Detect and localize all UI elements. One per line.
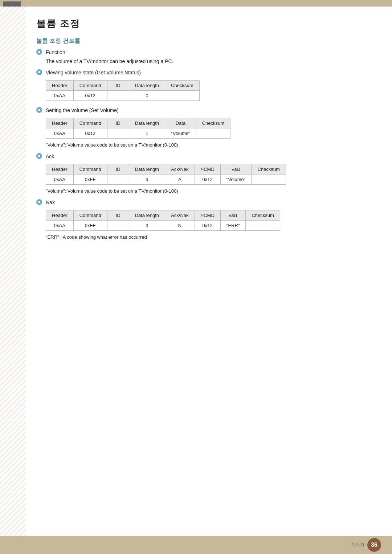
view-th-checksum: Checksum bbox=[165, 81, 199, 91]
ack-th-rcmd: r-CMD bbox=[195, 164, 220, 175]
set-th-datalength: Data length bbox=[129, 118, 165, 128]
set-th-checksum: Checksum bbox=[196, 118, 230, 128]
view-cell-id bbox=[107, 91, 129, 101]
nak-th-datalength: Data length bbox=[129, 210, 165, 221]
ack-label: Ack bbox=[46, 153, 54, 160]
set-th-id: ID bbox=[107, 118, 129, 128]
ack-row-1: 0xAA 0xFF 3 A 0x12 "Volume" bbox=[46, 175, 286, 185]
nak-th-val1: Val1 bbox=[220, 210, 246, 221]
nak-cell-command: 0xFF bbox=[73, 221, 107, 231]
set-th-command: Command bbox=[73, 118, 107, 128]
nak-th-id: ID bbox=[107, 210, 129, 221]
setting-label: Setting the volume (Set Volume) bbox=[46, 107, 119, 114]
volume-note-1: "Volume": Volume value code to be set on… bbox=[46, 142, 363, 148]
set-cell-datalength: 1 bbox=[129, 128, 165, 139]
nak-cell-checksum bbox=[246, 221, 280, 231]
nak-cell-acknak: N bbox=[165, 221, 195, 231]
bullet-viewing: Viewing volume state (Get Volume Status) bbox=[36, 69, 363, 77]
view-cell-header: 0xAA bbox=[46, 91, 74, 101]
set-cell-header: 0xAA bbox=[46, 128, 74, 139]
nak-cell-header: 0xAA bbox=[46, 221, 74, 231]
bullet-nak: Nak bbox=[36, 199, 363, 206]
ack-th-val1: Val1 bbox=[220, 164, 252, 175]
nak-cell-id bbox=[107, 221, 129, 231]
set-th-data: Data bbox=[165, 118, 196, 128]
err-note: "ERR" : A code showing what error has oc… bbox=[46, 234, 363, 240]
bullet-setting: Setting the volume (Set Volume) bbox=[36, 107, 363, 114]
nak-cell-val1: "ERR" bbox=[220, 221, 246, 231]
footer-kr-text: 페이지 bbox=[351, 542, 364, 548]
bullet-dot-ack bbox=[36, 153, 42, 159]
ack-cell-command: 0xFF bbox=[73, 175, 107, 185]
ack-cell-rcmd: 0x12 bbox=[195, 175, 220, 185]
bullet-function: Function bbox=[36, 49, 363, 56]
set-cell-checksum bbox=[196, 128, 230, 139]
view-cell-datalength: 0 bbox=[129, 91, 165, 101]
set-row-1: 0xAA 0x12 1 "Volume" bbox=[46, 128, 230, 139]
ack-th-datalength: Data length bbox=[129, 164, 165, 175]
section-heading: 볼륨 조정 컨트롤 bbox=[36, 37, 363, 45]
ack-cell-datalength: 3 bbox=[129, 175, 165, 185]
function-label: Function bbox=[46, 49, 65, 56]
viewing-label: Viewing volume state (Get Volume Status) bbox=[46, 69, 141, 77]
set-cell-data: "Volume" bbox=[165, 128, 196, 139]
ack-th-checksum: Checksum bbox=[252, 164, 286, 175]
bullet-dot-nak bbox=[36, 199, 42, 205]
nak-th-rcmd: r-CMD bbox=[195, 210, 220, 221]
view-cell-checksum bbox=[165, 91, 199, 101]
view-table: Header Command ID Data length Checksum 0… bbox=[46, 80, 200, 101]
bullet-ack: Ack bbox=[36, 153, 363, 160]
ack-th-command: Command bbox=[73, 164, 107, 175]
view-th-id: ID bbox=[107, 81, 129, 91]
bullet-dot-function bbox=[36, 49, 42, 55]
ack-th-header: Header bbox=[46, 164, 74, 175]
nak-cell-rcmd: 0x12 bbox=[195, 221, 220, 231]
top-bar bbox=[0, 0, 392, 7]
view-row-1: 0xAA 0x12 0 bbox=[46, 91, 200, 101]
set-table: Header Command ID Data length Data Check… bbox=[46, 118, 230, 139]
page-icon-box bbox=[3, 1, 21, 7]
ack-cell-header: 0xAA bbox=[46, 175, 74, 185]
ack-cell-val1: "Volume" bbox=[220, 175, 252, 185]
ack-table: Header Command ID Data length Ack/Nak r-… bbox=[46, 164, 286, 185]
nak-th-header: Header bbox=[46, 210, 74, 221]
bullet-dot-setting bbox=[36, 107, 42, 113]
view-th-datalength: Data length bbox=[129, 81, 165, 91]
ack-cell-acknak: A bbox=[165, 175, 195, 185]
bullet-dot-viewing bbox=[36, 69, 42, 75]
nak-label: Nak bbox=[46, 199, 55, 206]
nak-cell-datalength: 3 bbox=[129, 221, 165, 231]
ack-cell-id bbox=[107, 175, 129, 185]
view-cell-command: 0x12 bbox=[73, 91, 107, 101]
nak-th-acknak: Ack/Nak bbox=[165, 210, 195, 221]
nak-table: Header Command ID Data length Ack/Nak r-… bbox=[46, 210, 280, 231]
function-text: The volume of a TV/monitor can be adjust… bbox=[46, 58, 173, 64]
ack-th-acknak: Ack/Nak bbox=[165, 164, 195, 175]
volume-note-2: "Volume": Volume value code to be set on… bbox=[46, 188, 363, 194]
page-number: 36 bbox=[367, 538, 381, 552]
set-cell-command: 0x12 bbox=[73, 128, 107, 139]
ack-cell-checksum bbox=[252, 175, 286, 185]
nak-row-1: 0xAA 0xFF 3 N 0x12 "ERR" bbox=[46, 221, 280, 231]
page-number-box: 페이지 36 bbox=[351, 538, 381, 552]
page-title: 볼륨 조정 bbox=[36, 17, 363, 30]
view-th-command: Command bbox=[73, 81, 107, 91]
footer: 페이지 36 bbox=[0, 536, 392, 554]
ack-th-id: ID bbox=[107, 164, 129, 175]
view-th-header: Header bbox=[46, 81, 74, 91]
nak-th-command: Command bbox=[73, 210, 107, 221]
set-th-header: Header bbox=[46, 118, 74, 128]
set-cell-id bbox=[107, 128, 129, 139]
nak-th-checksum: Checksum bbox=[246, 210, 280, 221]
